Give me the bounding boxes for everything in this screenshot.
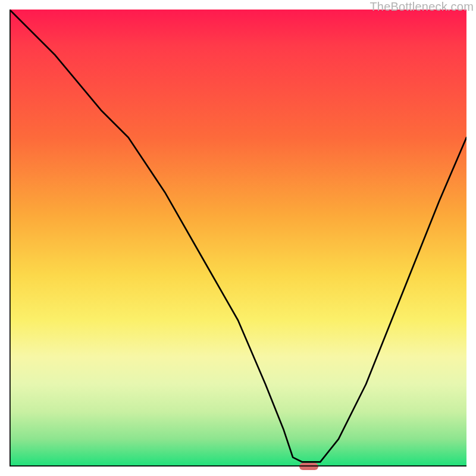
plot-area xyxy=(10,10,466,466)
watermark-text: TheBottleneck.com xyxy=(369,0,474,14)
optimal-point-marker xyxy=(299,463,318,470)
chart-frame: TheBottleneck.com xyxy=(0,0,476,476)
curve-layer xyxy=(10,10,466,466)
bottleneck-curve xyxy=(10,10,466,462)
